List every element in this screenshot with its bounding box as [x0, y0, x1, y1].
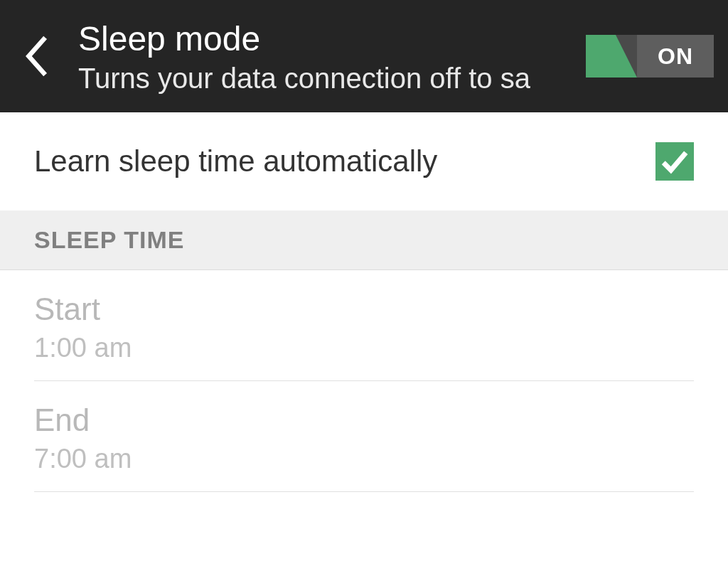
sleep-time-section-label: SLEEP TIME	[34, 226, 694, 254]
end-time-row[interactable]: End 7:00 am	[34, 381, 694, 492]
back-button[interactable]	[9, 0, 65, 112]
chevron-left-icon	[23, 36, 50, 77]
page-subtitle: Turns your data connection off to sa	[78, 63, 573, 95]
start-time-label: Start	[34, 292, 694, 327]
header-bar: Sleep mode Turns your data connection of…	[0, 0, 728, 112]
toggle-indicator	[586, 35, 637, 78]
sleep-time-section-header: SLEEP TIME	[0, 210, 728, 270]
toggle-label: ON	[658, 43, 693, 70]
toggle-handle: ON	[637, 35, 714, 78]
end-time-value: 7:00 am	[34, 444, 694, 474]
sleep-mode-toggle[interactable]: ON	[586, 35, 714, 78]
header-text-block: Sleep mode Turns your data connection of…	[78, 18, 573, 95]
learn-sleep-time-row[interactable]: Learn sleep time automatically	[0, 112, 728, 210]
checkmark-icon	[660, 146, 690, 176]
end-time-label: End	[34, 402, 694, 438]
learn-sleep-time-label: Learn sleep time automatically	[34, 144, 437, 178]
start-time-row[interactable]: Start 1:00 am	[34, 270, 694, 381]
learn-sleep-time-checkbox[interactable]	[655, 142, 694, 181]
page-title: Sleep mode	[78, 21, 573, 58]
start-time-value: 1:00 am	[34, 333, 694, 363]
